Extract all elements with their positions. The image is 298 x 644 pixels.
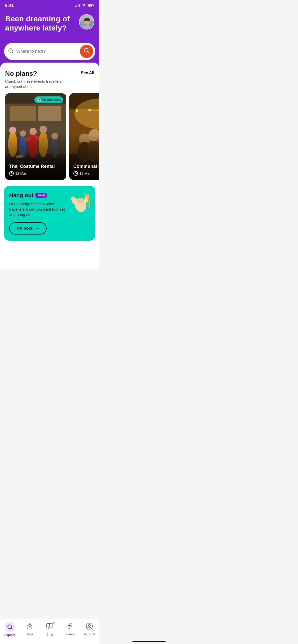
arrow-icon: → [36, 226, 40, 231]
section-title: No plans? [5, 70, 64, 78]
svg-rect-0 [75, 6, 76, 7]
hangout-banner: Hang out New! Get a badge that lets othe… [4, 186, 95, 241]
status-icons [75, 4, 94, 7]
search-button-icon [84, 48, 90, 55]
event-card-communal[interactable]: 🏨 Hostel event Communal Dinn... 12 Mar [69, 93, 99, 180]
try-now-button[interactable]: Try now! → [9, 222, 47, 235]
event-cards-scroll: 🏨 Hostel event Thai Costume Rental 12 Ma… [0, 93, 99, 180]
svg-rect-7 [88, 5, 92, 7]
event-title-thai: Thai Costume Rental [9, 164, 62, 169]
hostel-icon-thai: 🏨 [37, 98, 41, 102]
search-button[interactable] [80, 45, 93, 58]
clock-icon-thai [9, 171, 14, 176]
page-title: Been dreaming of anywhere lately? [5, 14, 74, 33]
svg-line-18 [12, 52, 13, 53]
hangout-title: Hang out [9, 192, 33, 199]
event-card-thai[interactable]: 🏨 Hostel event Thai Costume Rental 12 Ma… [5, 93, 66, 180]
search-bar[interactable] [4, 43, 95, 60]
svg-rect-11 [90, 21, 94, 30]
see-all-button[interactable]: See All [81, 70, 94, 75]
event-info-communal: Communal Dinn... 12 Mar [69, 160, 99, 180]
section-subtitle: Check out these events travellers are hy… [5, 79, 64, 89]
hangout-description: Get a badge that lets other travellers k… [9, 201, 65, 217]
event-date-thai: 12 Mar [9, 171, 62, 176]
new-badge: New! [35, 193, 47, 198]
svg-rect-2 [78, 5, 78, 8]
event-date-communal: 12 Mar [73, 171, 99, 176]
avatar[interactable] [79, 14, 94, 30]
status-bar: 9:41 [0, 0, 99, 10]
svg-rect-6 [93, 5, 94, 6]
svg-line-20 [88, 52, 89, 53]
section-header: No plans? Check out these events travell… [0, 70, 99, 89]
event-title-communal: Communal Dinn... [73, 164, 99, 169]
clock-icon-communal [73, 171, 78, 176]
main-content: No plans? Check out these events travell… [0, 63, 99, 270]
svg-rect-15 [84, 20, 90, 21]
header: Been dreaming of anywhere lately? [0, 10, 99, 43]
svg-point-4 [84, 7, 84, 7]
hangout-emoji [71, 191, 91, 215]
svg-rect-1 [77, 5, 77, 7]
search-input[interactable] [16, 49, 77, 54]
svg-rect-16 [84, 25, 90, 30]
event-badge-thai: 🏨 Hostel event [34, 96, 63, 103]
wifi-icon [82, 4, 86, 7]
status-time: 9:41 [5, 3, 14, 8]
search-icon-left [8, 48, 14, 55]
try-now-label: Try now! [16, 226, 34, 231]
badge-label-thai: Hostel event [43, 98, 61, 101]
svg-rect-3 [79, 4, 80, 7]
svg-rect-24 [38, 106, 61, 121]
svg-rect-23 [10, 106, 36, 121]
signal-icon [75, 4, 80, 7]
event-info-thai: Thai Costume Rental 12 Mar [5, 160, 66, 180]
battery-icon [88, 4, 94, 7]
